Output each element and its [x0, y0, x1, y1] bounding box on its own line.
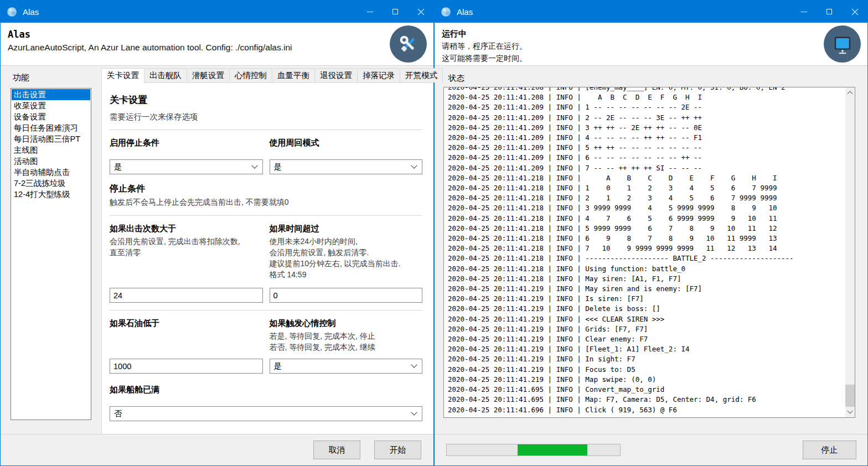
app-header: Alas AzurLaneAutoScript, An Azur Lane au… [1, 23, 433, 66]
dock-full-select[interactable]: 否 [110, 406, 422, 421]
dock-full-label: 如果船舱已满 [110, 385, 422, 395]
settings-footer: 取消 开始 [1, 434, 433, 465]
settings-tab[interactable]: 关卡设置 [101, 68, 144, 83]
log-line: 2020-04-25 20:11:41.209 | INFO | 2 -- 2E… [448, 113, 845, 123]
chevron-down-icon [411, 361, 417, 367]
settings-tab[interactable]: 出击舰队 [144, 68, 187, 82]
scrollbar-track[interactable] [845, 97, 855, 408]
runner-header: 运行中 请稍等，程序正在运行。 这可能将需要一定时间。 [435, 23, 867, 66]
log-scrollbar[interactable] [845, 87, 855, 417]
settings-tab[interactable]: 血量平衡 [272, 68, 315, 82]
log-line: 2020-04-25 20:11:41.219 | INFO | Is sire… [448, 294, 845, 304]
scroll-down-button[interactable] [845, 408, 855, 417]
wrench-screwdriver-icon [396, 32, 421, 56]
settings-window: Alas Alas AzurLaneAutoScript, An Azur La… [0, 0, 434, 466]
log-line: 2020-04-25 20:11:41.695 | INFO | Convert… [448, 385, 845, 395]
log-line: 2020-04-25 20:11:41.218 | INFO | 3 9999 … [448, 203, 845, 213]
stop-button[interactable]: 停止 [803, 441, 856, 459]
log-line: 2020-04-25 20:11:41.208 | INFO | [enemy_… [448, 87, 845, 92]
alas-logo-icon [6, 6, 18, 18]
scrollbar-thumb[interactable] [845, 385, 855, 407]
maximize-button[interactable] [383, 1, 408, 23]
sidebar-item[interactable]: 每日任务困难演习 [12, 122, 90, 133]
log-line: 2020-04-25 20:11:41.219 | INFO | <<< CLE… [448, 314, 845, 324]
maximize-button[interactable] [817, 1, 842, 23]
log-line: 2020-04-25 20:11:41.218 | INFO | Using f… [448, 264, 845, 274]
titlebar[interactable]: Alas [1, 1, 433, 23]
sidebar-item[interactable]: 收菜设置 [12, 100, 90, 111]
oil-low-label: 如果石油低于 [110, 318, 263, 329]
log-line: 2020-04-25 20:11:41.218 | INFO | A B C D… [448, 173, 845, 183]
time-over-help: 使用未来24小时内的时间, 会沿用先前设置, 触发后清零. 建议提前10分钟左右… [270, 236, 423, 281]
dock-full-value: 否 [114, 408, 122, 419]
progress-bar [446, 444, 621, 456]
stage-settings-page: 关卡设置 需要运行一次来保存选项 启用停止条件 是 使用周回模式 [101, 82, 433, 434]
stop-enable-select[interactable]: 是 [110, 159, 263, 174]
running-line1: 请稍等，程序正在运行。 [442, 41, 818, 51]
runner-footer: 停止 [435, 434, 867, 465]
minimize-button[interactable] [791, 1, 817, 23]
settings-tab[interactable]: 心情控制 [229, 68, 272, 82]
loop-mode-label: 使用周回模式 [270, 138, 423, 148]
sidebar-item[interactable]: 设备设置 [12, 111, 90, 122]
sortie-count-help: 会沿用先前设置, 完成出击将扣除次数, 直至清零 [110, 236, 263, 258]
settings-tab[interactable]: 退役设置 [314, 68, 358, 82]
log-line: 2020-04-25 20:11:41.218 | INFO | 2 1 2 3… [448, 193, 845, 203]
log-line: 2020-04-25 20:11:41.218 | INFO | 1 0 1 2… [448, 183, 845, 193]
maximize-icon [826, 9, 832, 14]
monitor-badge [824, 25, 861, 63]
minimize-button[interactable] [357, 1, 383, 23]
runner-window: Alas 运行中 请稍等，程序正在运行。 这可能将需要一定时间。 状态 2020… [434, 0, 868, 466]
chevron-down-icon [411, 409, 417, 415]
log-line: 2020-04-25 20:11:41.218 | INFO | 7 10 9 … [448, 244, 845, 253]
app-name: Alas [8, 29, 384, 40]
log-line: 2020-04-25 20:11:41.219 | INFO | Clear e… [448, 334, 845, 344]
log-line: 2020-04-25 20:11:41.209 | INFO | 6 -- --… [448, 153, 845, 163]
settings-tab[interactable]: 潜艇设置 [187, 68, 230, 82]
oil-low-input[interactable] [110, 359, 263, 374]
close-icon [417, 8, 425, 15]
sidebar-item[interactable]: 半自动辅助点击 [12, 167, 90, 178]
loop-mode-value: 是 [274, 162, 282, 172]
running-line2: 这可能将需要一定时间。 [442, 53, 818, 64]
log-line: 2020-04-25 20:11:41.219 | INFO | Grids: … [448, 324, 845, 334]
sidebar-item[interactable]: 出击设置 [12, 89, 90, 100]
sidebar-item[interactable]: 7-2三战拣垃圾 [12, 178, 90, 189]
maximize-icon [392, 9, 398, 14]
settings-tabbar: 关卡设置出击舰队潜艇设置心情控制血量平衡退役设置掉落记录开荒模式 [101, 68, 433, 82]
close-button[interactable] [842, 1, 867, 23]
status-area: 状态 2020-04-25 20:11:41.208 | INFO | [ene… [435, 66, 867, 434]
sidebar-item[interactable]: 主线图 [12, 144, 90, 156]
stop-enable-label: 启用停止条件 [110, 138, 263, 148]
function-listbox[interactable]: 出击设置收菜设置设备设置每日任务困难演习每日活动图三倍PT主线图活动图半自动辅助… [11, 88, 91, 420]
titlebar[interactable]: Alas [435, 1, 867, 23]
alas-logo-icon [440, 6, 452, 18]
loop-mode-select[interactable]: 是 [270, 159, 423, 174]
log-line: 2020-04-25 20:11:41.218 | INFO | May sir… [448, 274, 845, 284]
log-line: 2020-04-25 20:11:41.218 | INFO | 6 9 8 7… [448, 234, 845, 244]
settings-tab[interactable]: 掉落记录 [357, 68, 400, 82]
emotion-trigger-select[interactable]: 是 [270, 359, 423, 374]
sidebar-title: 功能 [13, 73, 91, 83]
sidebar-item[interactable]: 每日活动图三倍PT [12, 133, 90, 144]
window-title: Alas [23, 7, 39, 17]
sidebar-item[interactable]: 12-4打大型练级 [12, 189, 90, 200]
cancel-button[interactable]: 取消 [313, 441, 360, 459]
log-line: 2020-04-25 20:11:41.208 | INFO | A B C D… [448, 92, 845, 102]
sortie-count-input[interactable] [110, 288, 263, 303]
start-button[interactable]: 开始 [374, 441, 421, 459]
log-line: 2020-04-25 20:11:41.209 | INFO | 7 -- --… [448, 163, 845, 173]
sidebar-item[interactable]: 活动图 [12, 156, 90, 167]
log-output[interactable]: 2020-04-25 20:11:41.208 | INFO | [enemy_… [444, 87, 845, 417]
stop-condition-title: 停止条件 [110, 183, 422, 195]
close-button[interactable] [408, 1, 433, 23]
chevron-down-icon [251, 162, 257, 168]
time-over-input[interactable] [270, 288, 423, 303]
time-over-label: 如果时间超过 [270, 224, 423, 234]
scroll-up-button[interactable] [845, 87, 855, 97]
settings-tab[interactable]: 开荒模式 [400, 68, 443, 82]
stop-enable-value: 是 [114, 162, 122, 172]
page-subtitle: 需要运行一次来保存选项 [110, 112, 422, 122]
sortie-count-label: 如果出击次数大于 [110, 224, 263, 234]
monitor-icon [830, 32, 855, 57]
